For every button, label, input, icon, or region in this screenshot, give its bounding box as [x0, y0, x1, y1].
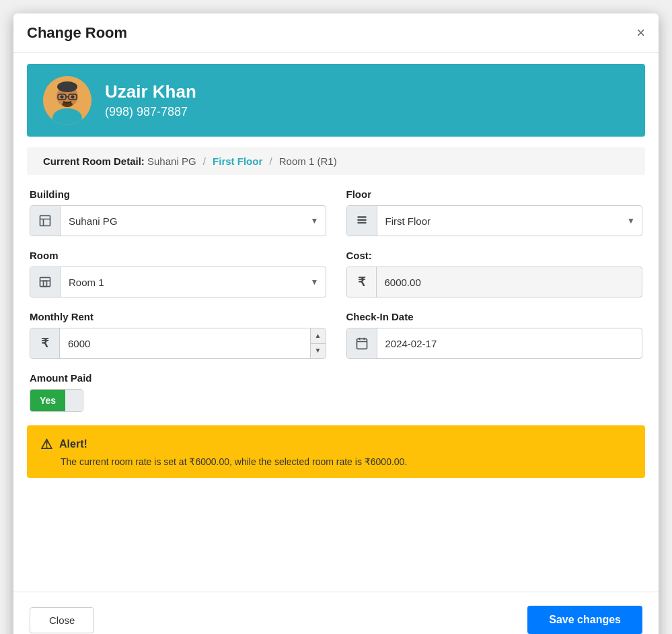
cost-icon: ₹ — [347, 267, 377, 297]
floor-icon — [347, 206, 377, 236]
amount-paid-toggle[interactable]: Yes — [30, 389, 83, 412]
cost-group: Cost: ₹ 6000.00 — [346, 250, 643, 297]
user-phone: (998) 987-7887 — [105, 105, 196, 119]
building-icon — [30, 206, 61, 236]
room-label: Room — [30, 250, 326, 261]
svg-rect-15 — [357, 216, 366, 218]
current-room-floor: First Floor — [213, 155, 262, 167]
checkin-group: Check-In Date 2024-02-17 — [346, 311, 643, 359]
building-input-wrapper: Suhani PG ▼ — [30, 205, 326, 236]
floor-group: Floor First Floor Second Floor T — [346, 188, 643, 236]
user-banner: Uzair Khan (998) 987-7887 — [27, 64, 645, 137]
alert-message: The current room rate is set at ₹6000.00… — [61, 456, 632, 467]
calendar-icon — [347, 328, 377, 358]
checkin-input-wrapper: 2024-02-17 — [346, 328, 643, 359]
spinner-buttons: ▲ ▼ — [310, 328, 326, 358]
user-info: Uzair Khan (998) 987-7887 — [105, 81, 196, 119]
alert-box: ⚠ Alert! The current room rate is set at… — [27, 425, 645, 478]
floor-select-wrapper[interactable]: First Floor Second Floor Third Floor ▼ — [377, 209, 642, 234]
floor-select[interactable]: First Floor Second Floor Third Floor — [377, 209, 642, 234]
alert-title: Alert! — [59, 438, 87, 450]
building-select-wrapper[interactable]: Suhani PG ▼ — [61, 209, 326, 234]
sep2: / — [269, 155, 272, 167]
building-group: Building Suhani PG ▼ — [30, 188, 326, 236]
cost-input-wrapper: ₹ 6000.00 — [346, 267, 643, 297]
room-group: Room Room 1 Room 2 Room 3 — [30, 250, 326, 297]
room-select[interactable]: Room 1 Room 2 Room 3 — [61, 270, 326, 295]
cost-label: Cost: — [346, 250, 643, 261]
modal-close-button[interactable]: × — [636, 26, 645, 40]
amount-paid-section: Amount Paid Yes — [13, 372, 659, 412]
checkin-input[interactable]: 2024-02-17 — [377, 331, 642, 356]
user-name: Uzair Khan — [105, 81, 196, 102]
modal-footer: Close Save changes — [13, 592, 659, 634]
amount-paid-label: Amount Paid — [30, 372, 642, 384]
svg-point-3 — [57, 81, 77, 92]
close-button[interactable]: Close — [30, 607, 94, 633]
spinner-up-button[interactable]: ▲ — [311, 328, 326, 344]
svg-rect-18 — [44, 281, 47, 286]
change-room-modal: Change Room × — [13, 13, 659, 634]
building-select[interactable]: Suhani PG — [61, 209, 326, 234]
form-grid: Building Suhani PG ▼ — [13, 188, 659, 359]
modal-header: Change Room × — [13, 13, 659, 53]
rupee-symbol-rent: ₹ — [41, 336, 48, 351]
svg-rect-13 — [357, 222, 366, 224]
room-icon — [30, 267, 61, 297]
floor-input-wrapper: First Floor Second Floor Third Floor ▼ — [346, 205, 643, 236]
toggle-yes-label: Yes — [30, 390, 65, 411]
save-changes-button[interactable]: Save changes — [527, 606, 642, 634]
monthly-rent-input[interactable]: 6000 — [60, 331, 310, 356]
spinner-down-button[interactable]: ▼ — [311, 344, 326, 359]
toggle-no-area — [65, 390, 83, 411]
monthly-rent-icon: ₹ — [30, 328, 60, 358]
current-room-building: Suhani PG — [147, 155, 196, 167]
current-room-bar: Current Room Detail: Suhani PG / First F… — [27, 147, 645, 175]
avatar — [43, 76, 91, 125]
monthly-rent-input-wrapper: ₹ 6000 ▲ ▼ — [30, 328, 326, 359]
current-room-room: Room 1 (R1) — [279, 155, 337, 167]
warning-icon: ⚠ — [40, 436, 52, 452]
svg-rect-16 — [40, 277, 50, 286]
building-label: Building — [30, 188, 326, 200]
svg-rect-10 — [40, 216, 50, 226]
room-select-wrapper[interactable]: Room 1 Room 2 Room 3 ▼ — [61, 270, 326, 295]
alert-header: ⚠ Alert! — [40, 436, 632, 452]
room-input-wrapper: Room 1 Room 2 Room 3 ▼ — [30, 267, 326, 297]
modal-body: Uzair Khan (998) 987-7887 Current Room D… — [13, 53, 659, 592]
svg-point-8 — [71, 96, 75, 99]
monthly-rent-group: Monthly Rent ₹ 6000 ▲ ▼ — [30, 311, 326, 359]
svg-rect-14 — [357, 219, 366, 221]
modal-title: Change Room — [27, 24, 127, 42]
checkin-label: Check-In Date — [346, 311, 643, 322]
monthly-rent-label: Monthly Rent — [30, 311, 326, 322]
svg-rect-19 — [357, 339, 367, 349]
sep1: / — [203, 155, 206, 167]
floor-label: Floor — [346, 188, 643, 200]
monthly-rent-spinner: 6000 ▲ ▼ — [60, 328, 326, 358]
cost-input[interactable]: 6000.00 — [377, 270, 642, 295]
svg-point-7 — [61, 96, 64, 99]
current-room-label: Current Room Detail: — [43, 155, 145, 167]
rupee-symbol: ₹ — [358, 275, 365, 289]
